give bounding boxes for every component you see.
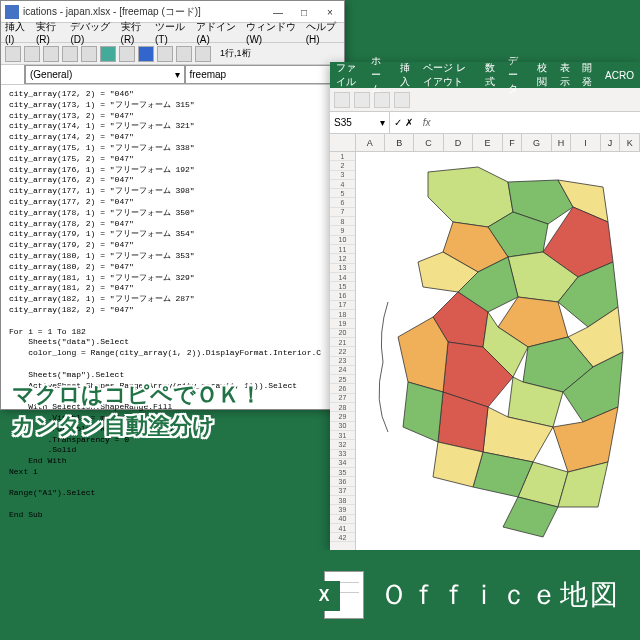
toolbar-icon[interactable] xyxy=(157,46,173,62)
row-header[interactable]: 22 xyxy=(330,347,355,356)
row-header[interactable]: 6 xyxy=(330,198,355,207)
row-header[interactable]: 37 xyxy=(330,487,355,496)
row-header[interactable]: 32 xyxy=(330,440,355,449)
row-header[interactable]: 16 xyxy=(330,291,355,300)
toolbar-icon[interactable] xyxy=(195,46,211,62)
row-header[interactable]: 7 xyxy=(330,208,355,217)
format-painter-icon[interactable] xyxy=(394,92,410,108)
run-icon[interactable] xyxy=(100,46,116,62)
tab-insert[interactable]: 挿入 xyxy=(400,61,413,89)
worksheet-grid[interactable]: 1234567891011121314151617181920212223242… xyxy=(330,152,640,550)
row-header[interactable]: 21 xyxy=(330,338,355,347)
toolbar-icon[interactable] xyxy=(43,46,59,62)
close-icon[interactable]: × xyxy=(318,3,342,21)
row-header[interactable]: 10 xyxy=(330,236,355,245)
object-combo[interactable]: (General)▾ xyxy=(25,65,185,84)
col-header[interactable]: B xyxy=(385,134,414,151)
stop-icon[interactable] xyxy=(138,46,154,62)
row-header[interactable]: 42 xyxy=(330,533,355,542)
col-header[interactable]: I xyxy=(571,134,600,151)
toolbar-icon[interactable] xyxy=(81,46,97,62)
vba-menubar: 挿入(I) 実行(R) デバッグ(D) 実行(R) ツール(T) アドイン(A)… xyxy=(1,23,344,43)
row-header[interactable]: 1 xyxy=(330,152,355,161)
row-header[interactable]: 20 xyxy=(330,329,355,338)
row-header[interactable]: 34 xyxy=(330,459,355,468)
pause-icon[interactable] xyxy=(119,46,135,62)
row-header[interactable]: 12 xyxy=(330,254,355,263)
tab-layout[interactable]: ページ レイアウト xyxy=(423,61,475,89)
menu-item[interactable]: アドイン(A) xyxy=(196,20,238,45)
row-header[interactable]: 13 xyxy=(330,264,355,273)
row-header[interactable]: 39 xyxy=(330,505,355,514)
row-header[interactable]: 15 xyxy=(330,282,355,291)
row-header[interactable]: 30 xyxy=(330,422,355,431)
tab-home[interactable]: ホーム xyxy=(371,54,390,96)
row-header[interactable]: 27 xyxy=(330,394,355,403)
col-header[interactable]: J xyxy=(601,134,621,151)
row-header[interactable]: 14 xyxy=(330,273,355,282)
cut-icon[interactable] xyxy=(354,92,370,108)
row-header[interactable]: 4 xyxy=(330,180,355,189)
row-header[interactable]: 5 xyxy=(330,189,355,198)
tab-view[interactable]: 表示 xyxy=(560,61,573,89)
col-header[interactable]: A xyxy=(356,134,385,151)
toolbar-icon[interactable] xyxy=(5,46,21,62)
row-header[interactable]: 25 xyxy=(330,375,355,384)
col-header[interactable]: K xyxy=(620,134,640,151)
row-header[interactable]: 38 xyxy=(330,496,355,505)
row-header[interactable]: 9 xyxy=(330,226,355,235)
menu-item[interactable]: ウィンドウ(W) xyxy=(246,20,298,45)
toolbar-icon[interactable] xyxy=(24,46,40,62)
menu-item[interactable]: ヘルプ(H) xyxy=(306,20,340,45)
menu-item[interactable]: 実行(R) xyxy=(36,20,62,45)
toolbar-icon[interactable] xyxy=(62,46,78,62)
col-header[interactable]: G xyxy=(522,134,551,151)
col-header[interactable]: F xyxy=(503,134,523,151)
col-header[interactable]: E xyxy=(473,134,502,151)
name-box[interactable]: S35▾ xyxy=(330,112,390,133)
row-header[interactable]: 23 xyxy=(330,357,355,366)
minimize-icon[interactable]: — xyxy=(266,3,290,21)
tab-review[interactable]: 校閲 xyxy=(537,61,550,89)
excel-logo-icon: X xyxy=(308,567,364,623)
row-header[interactable]: 40 xyxy=(330,515,355,524)
row-header[interactable]: 11 xyxy=(330,245,355,254)
tab-dev[interactable]: 開発 xyxy=(582,61,595,89)
row-header[interactable]: 19 xyxy=(330,319,355,328)
tab-data[interactable]: データ xyxy=(508,54,527,96)
menu-item[interactable]: デバッグ(D) xyxy=(70,20,112,45)
select-all-corner[interactable] xyxy=(330,134,356,151)
row-header[interactable]: 8 xyxy=(330,217,355,226)
col-header[interactable]: H xyxy=(552,134,572,151)
procedure-combo[interactable]: freemap▾ xyxy=(185,65,345,84)
fx-icon[interactable]: ✓ ✗ xyxy=(390,117,417,128)
tab-formula[interactable]: 数式 xyxy=(485,61,498,89)
bottom-title: Ｏｆｆｉｃｅ地図 xyxy=(380,576,620,614)
row-header[interactable]: 18 xyxy=(330,310,355,319)
copy-icon[interactable] xyxy=(374,92,390,108)
paste-icon[interactable] xyxy=(334,92,350,108)
row-header[interactable]: 36 xyxy=(330,477,355,486)
vba-combo-row: (General)▾ freemap▾ xyxy=(1,65,344,85)
toolbar-icon[interactable] xyxy=(176,46,192,62)
row-header[interactable]: 31 xyxy=(330,431,355,440)
code-pane[interactable]: city_array(172, 2) = "046" city_array(17… xyxy=(1,85,344,525)
row-header[interactable]: 28 xyxy=(330,403,355,412)
row-header[interactable]: 35 xyxy=(330,468,355,477)
col-header[interactable]: D xyxy=(444,134,473,151)
maximize-icon[interactable]: □ xyxy=(292,3,316,21)
row-header[interactable]: 3 xyxy=(330,171,355,180)
tab-file[interactable]: ファイル xyxy=(336,61,361,89)
row-header[interactable]: 29 xyxy=(330,412,355,421)
row-header[interactable]: 2 xyxy=(330,161,355,170)
row-header[interactable]: 24 xyxy=(330,366,355,375)
row-header[interactable]: 33 xyxy=(330,450,355,459)
menu-item[interactable]: 挿入(I) xyxy=(5,20,28,45)
row-header[interactable]: 26 xyxy=(330,384,355,393)
menu-item[interactable]: 実行(R) xyxy=(121,20,147,45)
tab-acro[interactable]: ACRO xyxy=(605,70,634,81)
col-header[interactable]: C xyxy=(414,134,443,151)
row-header[interactable]: 41 xyxy=(330,524,355,533)
menu-item[interactable]: ツール(T) xyxy=(155,20,188,45)
row-header[interactable]: 17 xyxy=(330,301,355,310)
